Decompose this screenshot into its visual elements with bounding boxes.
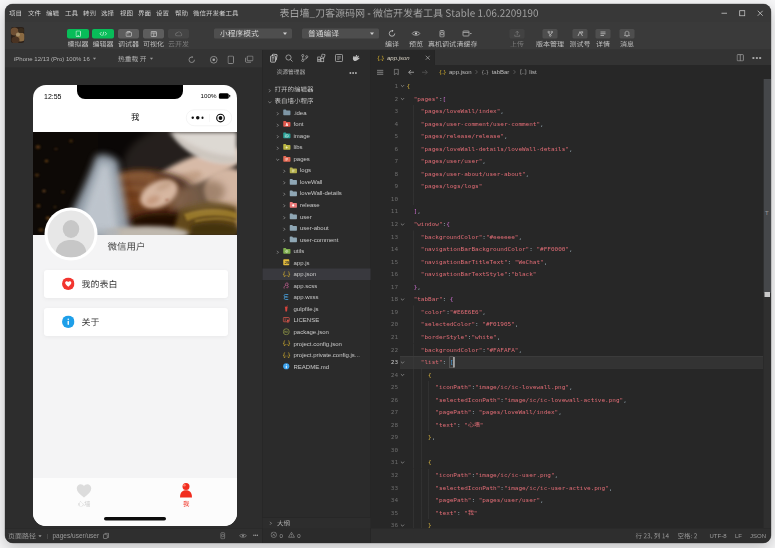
editor-scrollbar[interactable]: T <box>764 79 772 528</box>
tree-item-utils[interactable]: utils <box>263 245 371 257</box>
tree-item-image[interactable]: image <box>263 130 371 142</box>
tree-item-package.json[interactable]: package.json <box>263 326 371 338</box>
tree-item-user-about[interactable]: user-about <box>263 222 371 234</box>
toolbar-button-sim-phone[interactable] <box>67 29 89 39</box>
outline-list-icon[interactable] <box>377 69 384 75</box>
copy-icon[interactable] <box>103 533 109 541</box>
page-path-label[interactable] <box>8 533 36 540</box>
tree-item-gulpfile.js[interactable]: gulpfile.js <box>263 303 371 315</box>
tree-item-.idea[interactable]: .idea <box>263 107 371 119</box>
tree-item-app.json[interactable]: {}app.json <box>263 268 371 280</box>
forward-icon[interactable] <box>422 69 429 75</box>
compile-mode-select[interactable] <box>302 29 379 39</box>
tree-item-[interactable] <box>263 84 371 96</box>
extensions-icon[interactable] <box>317 54 327 64</box>
tab-me[interactable] <box>156 482 216 507</box>
toolbar-button-debugger[interactable] <box>118 29 139 39</box>
tree-item-project.private.config.js...[interactable]: {}project.private.config.js... <box>263 349 371 361</box>
avatar[interactable] <box>45 208 98 261</box>
eol[interactable]: LF <box>735 532 742 539</box>
tree-item-user-comment[interactable]: user-comment <box>263 234 371 246</box>
clear-cache-icon[interactable] <box>460 29 474 39</box>
capsule-button[interactable] <box>186 110 232 127</box>
statusbar-problems[interactable]: 00 <box>262 528 371 543</box>
device-selector[interactable]: iPhone 12/13 (Pro) 100% 16 <box>14 50 97 68</box>
mode-select[interactable] <box>214 29 292 39</box>
tree-item-libs[interactable]: libs <box>263 141 371 153</box>
tree-item-font[interactable]: Afont <box>263 118 371 130</box>
encoding[interactable]: UTF-8 <box>709 532 726 539</box>
source-control-icon[interactable] <box>301 54 311 64</box>
scrollbar-thumb[interactable] <box>764 79 772 293</box>
exit-target-icon[interactable] <box>209 113 231 123</box>
user-avatar[interactable] <box>11 27 25 43</box>
explorer-more-icon[interactable]: ••• <box>349 67 357 77</box>
files-icon[interactable] <box>269 54 279 64</box>
multi-window-icon[interactable] <box>245 56 254 65</box>
menu-item-9[interactable] <box>156 4 169 22</box>
tree-item-loveWall-details[interactable]: loveWall-details <box>263 187 371 199</box>
menu-item-4[interactable] <box>65 4 78 22</box>
cursor-position[interactable] <box>636 533 670 540</box>
search-icon[interactable] <box>285 54 295 64</box>
minimize-button[interactable] <box>716 4 733 22</box>
toolbar-button-visual[interactable] <box>143 29 164 39</box>
code-editor[interactable]: 1{2 "pages":[3 "pages/loveWall/index",4 … <box>371 79 771 528</box>
debug-icon[interactable] <box>219 532 227 541</box>
tree-item-user[interactable]: user <box>263 211 371 223</box>
compile-refresh-icon[interactable] <box>385 29 399 39</box>
menu-item-10[interactable] <box>175 4 188 22</box>
more-icon[interactable] <box>187 116 209 120</box>
menu-item-5[interactable] <box>83 4 96 22</box>
tab-lovewall[interactable] <box>54 482 114 507</box>
menu-item-about[interactable] <box>44 308 228 336</box>
hot-reload-toggle[interactable] <box>118 50 154 68</box>
indentation[interactable] <box>678 533 698 540</box>
menu-item-3[interactable] <box>46 4 59 22</box>
tree-item-app.js[interactable]: JSapp.js <box>263 257 371 269</box>
device-debug-icon[interactable] <box>435 29 449 39</box>
preview-eye-icon[interactable] <box>409 29 423 39</box>
menu-item-1[interactable] <box>9 4 22 22</box>
maximize-button[interactable] <box>734 4 751 22</box>
message-button[interactable] <box>620 29 635 39</box>
rotate-icon[interactable] <box>188 56 197 65</box>
npm-scripts-icon[interactable] <box>335 54 345 64</box>
breadcrumb-item[interactable]: app.json <box>449 69 472 76</box>
toolbar-button-editor-code[interactable] <box>92 29 114 39</box>
breadcrumb-item[interactable]: tabBar <box>492 69 510 76</box>
editor-more-icon[interactable]: ••• <box>752 50 762 65</box>
close-tab-icon[interactable] <box>425 50 431 65</box>
testid-button[interactable] <box>573 29 588 39</box>
back-icon[interactable] <box>408 69 415 75</box>
device-frame-icon[interactable] <box>228 56 237 65</box>
split-editor-icon[interactable] <box>737 50 745 65</box>
tree-item-loveWall[interactable]: loveWall <box>263 176 371 188</box>
tree-item-release[interactable]: release <box>263 199 371 211</box>
menu-item-7[interactable] <box>120 4 133 22</box>
tree-item-LICENSE[interactable]: LICENSE <box>263 314 371 326</box>
close-button[interactable] <box>752 4 769 22</box>
menu-item-11[interactable] <box>193 4 239 22</box>
menu-item-2[interactable] <box>28 4 41 22</box>
menu-item-6[interactable] <box>101 4 114 22</box>
hand-icon[interactable] <box>351 54 361 64</box>
tree-item-logs[interactable]: logs <box>263 164 371 176</box>
record-icon[interactable] <box>210 56 219 65</box>
menu-item-8[interactable] <box>138 4 151 22</box>
tree-item-app.wxss[interactable]: app.wxss <box>263 291 371 303</box>
tab-appjson[interactable]: {} app.json <box>371 50 435 65</box>
tree-item-app.scss[interactable]: app.scss <box>263 280 371 292</box>
tree-item-README.md[interactable]: README.md <box>263 361 371 373</box>
menu-item-my-confession[interactable] <box>44 270 228 298</box>
eye-icon[interactable] <box>239 533 247 540</box>
tree-item-pages[interactable]: pages <box>263 153 371 165</box>
toolbar-button-cloud[interactable] <box>168 29 189 39</box>
version-button[interactable] <box>543 29 558 39</box>
outline-section[interactable] <box>263 517 371 529</box>
tree-item-project.config.json[interactable]: {}project.config.json <box>263 338 371 350</box>
language-mode[interactable]: JSON <box>750 532 766 539</box>
more-icon[interactable]: ••• <box>253 533 258 539</box>
breadcrumb-item[interactable]: list <box>529 69 536 76</box>
details-button[interactable] <box>596 29 611 39</box>
